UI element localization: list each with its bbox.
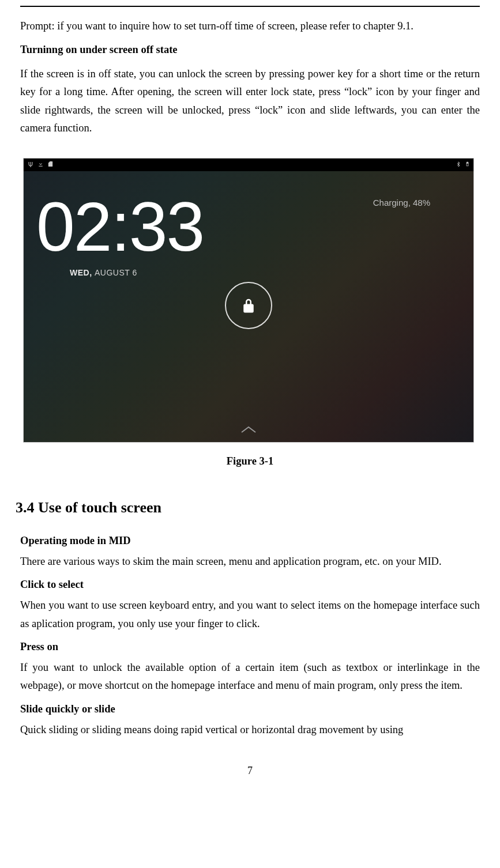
lockscreen-figure: Charging, 48% 02:33 WED, AUGUST 6 [23,158,474,443]
psi-icon [27,161,34,169]
battery-icon [465,160,470,169]
body-turning-on: If the screen is in off state, you can u… [20,65,480,138]
clock-date: WED, AUGUST 6 [70,268,204,277]
lock-ring[interactable] [225,282,272,329]
charging-label: Charging, 48% [373,198,430,207]
page-number: 7 [20,765,480,777]
lock-icon [240,297,257,314]
subheading-turning-on: Turninng on under screen off state [20,41,480,59]
statusbar-right [456,160,470,169]
prompt-paragraph: Prompt: if you want to inquire how to se… [20,17,480,35]
subheading-click-select: Click to select [20,579,480,591]
figure-caption: Figure 3-1 [20,455,480,467]
bluetooth-icon [456,161,461,169]
statusbar-left [27,161,54,169]
section-heading-3-4: 3.4 Use of touch screen [16,499,480,516]
date-prefix: WED, [70,268,95,277]
date-main: AUGUST 6 [95,268,137,277]
caret-up-icon[interactable] [240,425,257,436]
body-click-select: When you want to use screen keyboard ent… [20,597,480,633]
subheading-slide: Slide quickly or slide [20,703,480,715]
sdcard-icon [47,161,54,168]
body-operating-mode: There are various ways to skim the main … [20,553,480,571]
page-content: Prompt: if you want to inquire how to se… [0,0,500,788]
download-icon [37,161,44,168]
body-slide: Quick sliding or sliding means doing rap… [20,721,480,739]
clock-area: 02:33 WED, AUGUST 6 [36,192,204,277]
subheading-operating-mode: Operating mode in MID [20,535,480,547]
subheading-press-on: Press on [20,641,480,653]
body-press-on: If you want to unlock the available opti… [20,659,480,695]
top-rule [20,6,480,7]
status-bar [24,158,473,171]
clock-time: 02:33 [36,192,204,261]
